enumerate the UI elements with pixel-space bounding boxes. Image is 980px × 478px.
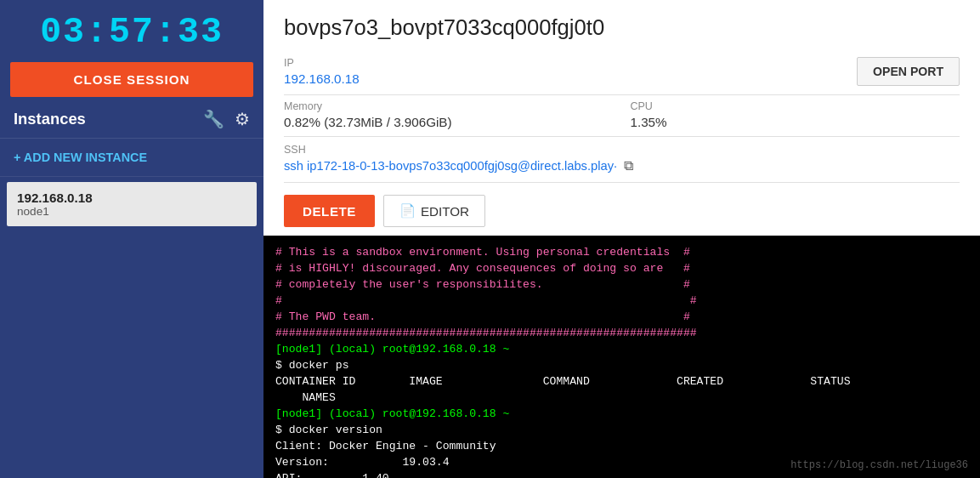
ip-section: IP 192.168.0.18	[284, 57, 843, 86]
cpu-label: CPU	[631, 100, 960, 112]
instance-name: node1	[17, 205, 246, 218]
ssh-value: ssh ip172-18-0-13-bovps7o33cq000fgj0sg@d…	[284, 159, 617, 173]
sidebar: 03:57:33 CLOSE SESSION Instances 🔧 ⚙ + A…	[0, 0, 263, 478]
clock-display: 03:57:33	[0, 0, 263, 62]
terminal[interactable]: # This is a sandbox environment. Using p…	[263, 236, 980, 478]
ip-row: IP 192.168.0.18 OPEN PORT	[284, 52, 960, 95]
open-port-button[interactable]: OPEN PORT	[857, 57, 960, 86]
term-line: # The PWD team. #	[275, 309, 968, 325]
watermark: https://blog.csdn.net/liuge36	[790, 459, 968, 471]
close-session-button[interactable]: CLOSE SESSION	[10, 62, 253, 97]
term-line: NAMES	[275, 390, 968, 406]
memory-value: 0.82% (32.73MiB / 3.906GiB)	[284, 115, 614, 129]
instance-ip: 192.168.0.18	[17, 191, 246, 205]
delete-button[interactable]: DELETE	[284, 195, 375, 227]
add-new-instance-button[interactable]: + ADD NEW INSTANCE	[0, 139, 263, 177]
term-prompt: [node1] (local) root@192.168.0.18 ~	[275, 406, 968, 422]
term-line: $ docker version	[275, 422, 968, 438]
term-line: $ docker ps	[275, 357, 968, 373]
term-line: # #	[275, 293, 968, 309]
term-line: # completely the user's responsibilites.…	[275, 276, 968, 293]
copy-icon[interactable]: ⧉	[624, 158, 633, 174]
memory-section: Memory 0.82% (32.73MiB / 3.906GiB)	[284, 95, 614, 136]
instance-title: bovps7o3_bovpt7033cq000fgj0t0	[284, 15, 960, 40]
term-line: Client: Docker Engine - Community	[275, 438, 968, 454]
ssh-row: SSH ssh ip172-18-0-13-bovps7o33cq000fgj0…	[284, 137, 960, 183]
ip-label: IP	[284, 57, 843, 69]
editor-label: EDITOR	[421, 204, 469, 219]
gear-icon[interactable]: ⚙	[235, 109, 250, 129]
memory-label: Memory	[284, 100, 614, 112]
main-top-panel: bovps7o3_bovpt7033cq000fgj0t0 IP 192.168…	[263, 0, 980, 236]
term-prompt: [node1] (local) root@192.168.0.18 ~	[275, 341, 968, 357]
cpu-value: 1.35%	[631, 115, 960, 129]
memory-cpu-row: Memory 0.82% (32.73MiB / 3.906GiB) CPU 1…	[284, 95, 960, 137]
header-icons: 🔧 ⚙	[203, 109, 250, 129]
ip-value: 192.168.0.18	[284, 71, 843, 86]
term-line: # This is a sandbox environment. Using p…	[275, 244, 968, 260]
instance-list-item[interactable]: 192.168.0.18 node1	[7, 182, 257, 226]
term-line: API: 1.40	[275, 470, 968, 478]
wrench-icon[interactable]: 🔧	[203, 109, 224, 129]
term-line: ########################################…	[275, 325, 968, 341]
ssh-label: SSH	[284, 144, 960, 156]
cpu-section: CPU 1.35%	[614, 95, 960, 136]
instances-label: Instances	[14, 110, 86, 128]
main-content: bovps7o3_bovpt7033cq000fgj0t0 IP 192.168…	[263, 0, 980, 478]
term-line: # is HIGHLY! discouraged. Any consequenc…	[275, 260, 968, 276]
ssh-value-row: ssh ip172-18-0-13-bovps7o33cq000fgj0sg@d…	[284, 158, 960, 174]
file-icon: 📄	[399, 203, 416, 219]
instances-header: Instances 🔧 ⚙	[0, 97, 263, 139]
action-buttons: DELETE 📄 EDITOR	[284, 183, 960, 236]
editor-button[interactable]: 📄 EDITOR	[383, 195, 485, 227]
term-line: CONTAINER ID IMAGE COMMAND CREATED STATU…	[275, 373, 968, 390]
